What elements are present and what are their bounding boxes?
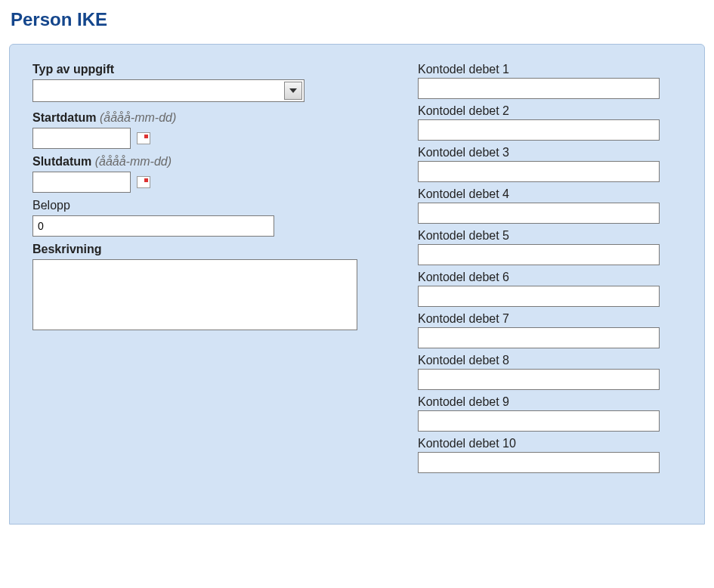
- kontodel-debet-4-input[interactable]: [418, 203, 660, 224]
- beskrivning-field: Beskrivning: [32, 243, 365, 333]
- kontodel-debet-5-input[interactable]: [418, 244, 660, 265]
- startdatum-input[interactable]: [32, 128, 131, 149]
- slutdatum-field: Slutdatum (åååå-mm-dd): [32, 155, 365, 193]
- kontodel-debet-2-label: Kontodel debet 2: [418, 104, 667, 118]
- kontodel-debet-7-label: Kontodel debet 7: [418, 312, 667, 326]
- beskrivning-label: Beskrivning: [32, 243, 365, 256]
- kontodel-debet-5-label: Kontodel debet 5: [418, 229, 667, 243]
- slutdatum-label-text: Slutdatum: [32, 155, 91, 168]
- belopp-field: Belopp: [32, 199, 365, 237]
- kontodel-debet-10-field: Kontodel debet 10: [418, 437, 667, 473]
- kontodel-debet-1-label: Kontodel debet 1: [418, 63, 667, 76]
- calendar-icon[interactable]: [137, 132, 150, 144]
- kontodel-debet-3-label: Kontodel debet 3: [418, 146, 667, 159]
- startdatum-label: Startdatum (åååå-mm-dd): [32, 111, 365, 125]
- kontodel-debet-1-field: Kontodel debet 1: [418, 63, 667, 99]
- calendar-icon[interactable]: [137, 176, 150, 188]
- kontodel-debet-10-label: Kontodel debet 10: [418, 437, 667, 450]
- slutdatum-hint: (åååå-mm-dd): [95, 155, 172, 168]
- kontodel-debet-8-label: Kontodel debet 8: [418, 354, 667, 367]
- kontodel-debet-9-field: Kontodel debet 9: [418, 395, 667, 432]
- beskrivning-input[interactable]: [32, 259, 357, 330]
- belopp-label: Belopp: [32, 199, 365, 212]
- kontodel-debet-4-label: Kontodel debet 4: [418, 187, 667, 201]
- form-panel: Typ av uppgift Startdatum (åååå-mm-dd) S…: [9, 44, 705, 525]
- kontodel-debet-6-label: Kontodel debet 6: [418, 271, 667, 284]
- slutdatum-input[interactable]: [32, 172, 131, 193]
- kontodel-debet-2-field: Kontodel debet 2: [418, 104, 667, 141]
- kontodel-debet-4-field: Kontodel debet 4: [418, 187, 667, 224]
- kontodel-debet-3-field: Kontodel debet 3: [418, 146, 667, 182]
- left-column: Typ av uppgift Startdatum (åååå-mm-dd) S…: [32, 63, 365, 478]
- kontodel-debet-6-field: Kontodel debet 6: [418, 271, 667, 307]
- kontodel-debet-6-input[interactable]: [418, 286, 660, 307]
- typ-av-uppgift-label: Typ av uppgift: [32, 63, 365, 76]
- kontodel-debet-5-field: Kontodel debet 5: [418, 229, 667, 265]
- startdatum-label-text: Startdatum: [32, 111, 96, 124]
- startdatum-hint: (åååå-mm-dd): [100, 111, 176, 124]
- page-title: Person IKE: [11, 9, 705, 30]
- typ-av-uppgift-value: [33, 80, 304, 86]
- right-column: Kontodel debet 1 Kontodel debet 2 Kontod…: [418, 63, 667, 478]
- typ-av-uppgift-select[interactable]: [32, 79, 304, 102]
- kontodel-debet-1-input[interactable]: [418, 78, 660, 99]
- kontodel-debet-7-input[interactable]: [418, 327, 660, 348]
- belopp-input[interactable]: [32, 215, 274, 237]
- startdatum-field: Startdatum (åååå-mm-dd): [32, 111, 365, 149]
- kontodel-debet-10-input[interactable]: [418, 452, 660, 473]
- kontodel-debet-9-label: Kontodel debet 9: [418, 395, 667, 409]
- typ-av-uppgift-field: Typ av uppgift: [32, 63, 365, 105]
- kontodel-debet-7-field: Kontodel debet 7: [418, 312, 667, 348]
- kontodel-debet-8-input[interactable]: [418, 369, 660, 390]
- slutdatum-label: Slutdatum (åååå-mm-dd): [32, 155, 365, 169]
- kontodel-debet-8-field: Kontodel debet 8: [418, 354, 667, 390]
- kontodel-debet-2-input[interactable]: [418, 119, 660, 141]
- chevron-down-icon[interactable]: [284, 82, 302, 100]
- kontodel-debet-3-input[interactable]: [418, 161, 660, 182]
- kontodel-debet-9-input[interactable]: [418, 410, 660, 432]
